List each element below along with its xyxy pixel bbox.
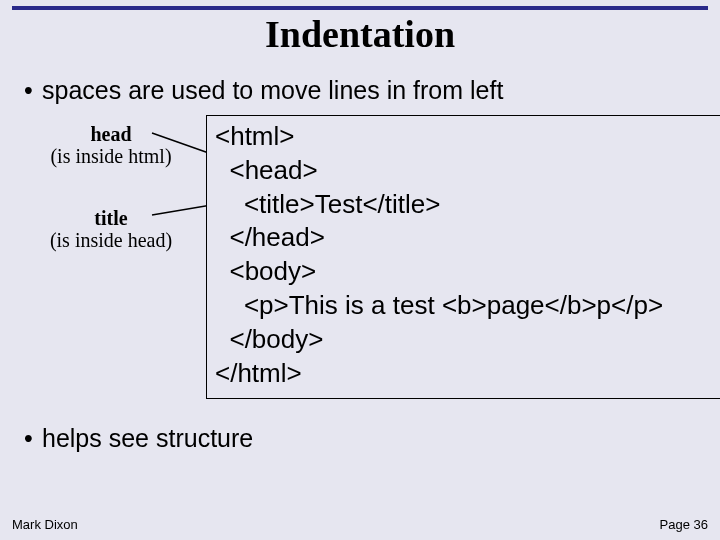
code-line-4: </head> xyxy=(215,222,325,252)
slide-content: spaces are used to move lines in from le… xyxy=(0,56,720,453)
label-title-sub: (is inside head) xyxy=(36,229,186,251)
slide-title: Indentation xyxy=(0,12,720,56)
heading-rule xyxy=(12,6,708,10)
code-line-6: <p>This is a test <b>page</b>p</p> xyxy=(215,290,663,320)
code-line-2: <head> xyxy=(215,155,318,185)
code-example: <html> <head> <title>Test</title> </head… xyxy=(206,115,720,399)
label-head: head (is inside html) xyxy=(36,123,186,167)
code-line-1: <html> xyxy=(215,121,295,151)
footer-page: Page 36 xyxy=(660,517,708,532)
label-title: title (is inside head) xyxy=(36,207,186,251)
diagram: head (is inside html) title (is inside h… xyxy=(24,115,696,410)
bullet-1: spaces are used to move lines in from le… xyxy=(24,76,696,105)
label-head-sub: (is inside html) xyxy=(36,145,186,167)
code-line-8: </html> xyxy=(215,358,302,388)
code-line-7: </body> xyxy=(215,324,323,354)
code-line-5: <body> xyxy=(215,256,316,286)
bullet-2: helps see structure xyxy=(24,424,696,453)
label-head-bold: head xyxy=(36,123,186,145)
label-title-bold: title xyxy=(36,207,186,229)
code-line-3: <title>Test</title> xyxy=(215,189,440,219)
footer-author: Mark Dixon xyxy=(12,517,78,532)
